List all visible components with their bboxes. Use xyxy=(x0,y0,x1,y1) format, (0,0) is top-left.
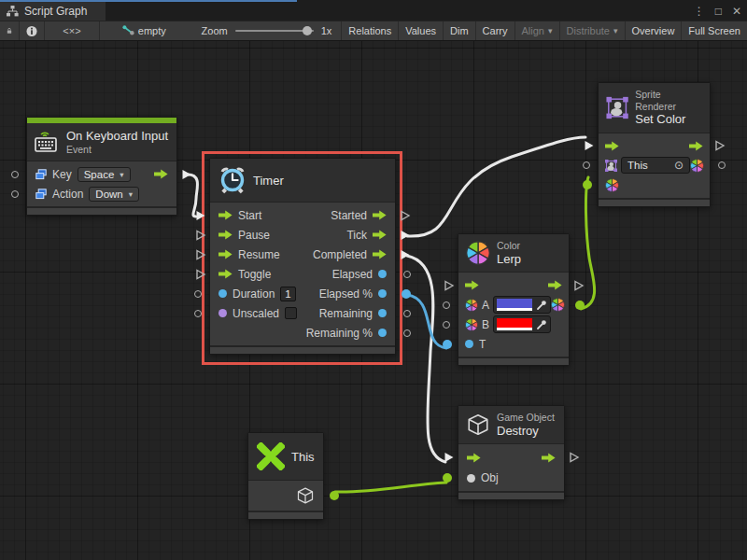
node-header: Color Lerp xyxy=(458,234,569,273)
port-unscaled[interactable] xyxy=(194,310,202,317)
port-remaining[interactable] xyxy=(403,310,411,317)
color-a-field[interactable] xyxy=(493,296,551,314)
port-resume[interactable] xyxy=(194,248,206,260)
graph-breadcrumb[interactable]: empty xyxy=(111,21,177,40)
game-object-cube-icon xyxy=(466,413,490,437)
port-color-output[interactable] xyxy=(575,301,585,310)
duration-input[interactable]: 1 xyxy=(280,287,295,301)
port-tick[interactable] xyxy=(399,229,411,241)
graph-name: empty xyxy=(138,25,166,36)
graph-toolbar: <×> empty Zoom 1x Relations Values Dim C… xyxy=(0,21,747,41)
graph-icon xyxy=(7,6,19,17)
carry-button[interactable]: Carry xyxy=(476,21,515,40)
port-elapsed[interactable] xyxy=(403,271,411,278)
node-header: Sprite Renderer Set Color xyxy=(599,83,710,133)
key-dropdown[interactable]: Space ▾ xyxy=(78,167,131,182)
node-color-lerp[interactable]: Color Lerp A xyxy=(458,233,570,366)
node-header: Timer xyxy=(210,159,395,203)
flow-arrow-icon xyxy=(218,249,233,259)
port-obj[interactable] xyxy=(443,473,452,483)
code-preview-button[interactable]: <×> xyxy=(45,21,100,40)
flow-arrow-icon xyxy=(218,210,233,220)
distribute-button[interactable]: Distribute▾ xyxy=(560,21,626,40)
port-completed[interactable] xyxy=(399,248,411,260)
port-action-input[interactable] xyxy=(11,190,19,198)
unscaled-checkbox[interactable] xyxy=(285,307,297,319)
flow-arrow-icon xyxy=(689,141,703,151)
port-self-output[interactable] xyxy=(330,491,339,500)
action-dropdown[interactable]: Down ▾ xyxy=(89,187,139,202)
port-b[interactable] xyxy=(443,321,450,329)
close-icon[interactable]: ✕ xyxy=(732,5,741,18)
node-this[interactable]: This xyxy=(247,432,324,520)
window-menu-icon[interactable]: ⋮ xyxy=(694,5,705,18)
wire-elapsedpct-to-t[interactable] xyxy=(407,295,446,348)
info-button[interactable] xyxy=(20,21,45,40)
tab-script-graph[interactable]: Script Graph xyxy=(0,2,106,21)
node-title: Lerp xyxy=(497,252,521,267)
node-on-keyboard-input[interactable]: On Keyboard Input Event Key Space ▾ xyxy=(26,117,177,216)
wire-completed-to-destroy[interactable] xyxy=(407,256,445,462)
target-picker-icon[interactable]: ⊙ xyxy=(674,159,684,172)
sprite-renderer-icon xyxy=(605,160,617,172)
port-flow-output[interactable] xyxy=(180,168,192,180)
maximize-icon[interactable]: □ xyxy=(715,5,722,18)
port-result[interactable] xyxy=(718,161,726,169)
port-key-input[interactable] xyxy=(11,171,19,178)
row-toggle-elapsed: Toggle Elapsed xyxy=(210,264,395,284)
port-started[interactable] xyxy=(399,209,411,221)
port-flow-output[interactable] xyxy=(572,279,585,291)
zoom-slider-knob[interactable] xyxy=(303,26,312,35)
wire-this-to-destroy-obj[interactable] xyxy=(335,483,446,492)
enum-icon xyxy=(35,169,47,180)
lock-button[interactable] xyxy=(0,21,20,40)
node-footer xyxy=(458,357,569,365)
port-flow-input[interactable] xyxy=(443,279,455,291)
port-flow-input[interactable] xyxy=(583,140,595,152)
align-button[interactable]: Align▾ xyxy=(515,21,560,40)
flow-arrow-icon xyxy=(548,280,562,290)
node-header: This xyxy=(248,433,323,481)
b-label: B xyxy=(482,318,489,331)
node-header: Game Object Destroy xyxy=(458,406,564,444)
action-label: Action xyxy=(52,188,83,201)
node-footer xyxy=(27,206,176,215)
port-pause[interactable] xyxy=(194,229,206,241)
port-color-input[interactable] xyxy=(583,180,592,189)
port-start[interactable] xyxy=(194,209,206,221)
relations-button[interactable]: Relations xyxy=(341,21,399,40)
keyboard-icon xyxy=(35,131,60,153)
node-destroy[interactable]: Game Object Destroy Obj xyxy=(458,405,565,500)
node-set-color[interactable]: Sprite Renderer Set Color xyxy=(598,82,711,207)
zoom-slider[interactable] xyxy=(235,30,314,32)
port-flow-output[interactable] xyxy=(713,140,726,152)
node-timer[interactable]: Timer Start Started Pause Tick xyxy=(209,158,396,355)
node-category: Game Object xyxy=(497,412,555,424)
port-a[interactable] xyxy=(443,301,450,309)
color-b-field[interactable] xyxy=(493,315,551,333)
port-elapsed-pct[interactable] xyxy=(402,289,411,299)
node-footer xyxy=(458,491,564,499)
overview-button[interactable]: Overview xyxy=(626,21,683,40)
values-button[interactable]: Values xyxy=(399,21,444,40)
port-target[interactable] xyxy=(583,161,590,169)
target-field[interactable]: This ⊙ xyxy=(621,157,690,174)
port-flow-output[interactable] xyxy=(568,452,580,464)
port-toggle[interactable] xyxy=(194,268,206,280)
row-pause-tick: Pause Tick xyxy=(210,225,395,245)
fullscreen-button[interactable]: Full Screen xyxy=(682,21,747,40)
port-duration[interactable] xyxy=(194,290,202,298)
value-dot-icon xyxy=(378,289,387,298)
row-flow xyxy=(599,136,710,156)
dim-button[interactable]: Dim xyxy=(444,21,476,40)
lock-icon xyxy=(7,25,12,36)
eyedropper-icon[interactable] xyxy=(536,300,547,311)
value-dot-icon xyxy=(218,289,227,298)
wire-tick-to-setcolor[interactable] xyxy=(407,137,585,236)
port-t[interactable] xyxy=(443,340,452,349)
eyedropper-icon[interactable] xyxy=(536,319,547,330)
port-remaining-pct[interactable] xyxy=(403,329,411,337)
graph-canvas[interactable]: On Keyboard Input Event Key Space ▾ xyxy=(0,41,747,560)
port-flow-input[interactable] xyxy=(443,452,455,464)
color-wheel-icon xyxy=(465,299,478,312)
